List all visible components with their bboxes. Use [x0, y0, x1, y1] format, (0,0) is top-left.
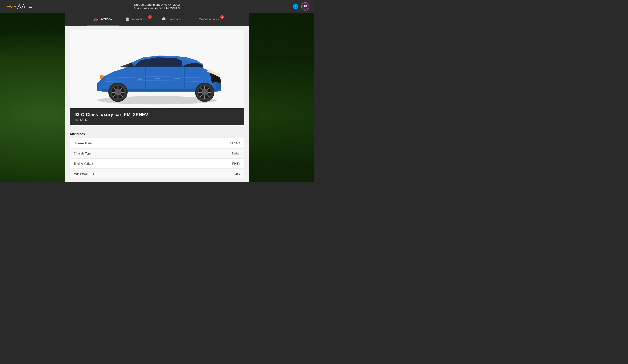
car-number: 155 6536 — [74, 118, 240, 122]
questionnaires-badge: 1 — [220, 15, 224, 19]
attr-value: 280 — [235, 172, 240, 175]
main-area: 🚗 Overview 📋 Instructions 4 💬 Feedback ☆… — [0, 13, 314, 182]
attr-value: IN 5943 — [230, 142, 240, 145]
star-icon: ☆ — [194, 17, 197, 21]
car-image-area — [70, 30, 244, 108]
topbar-right: 🌐 AB — [293, 2, 310, 10]
svg-rect-6 — [211, 78, 220, 79]
svg-rect-36 — [174, 78, 180, 79]
globe-icon[interactable]: 🌐 — [293, 4, 298, 9]
topbar-left: 〜∿〜 ⋀⋀ ☰ — [4, 3, 32, 10]
attributes-title: Attributes — [70, 129, 244, 138]
tab-questionnaires-label: Questionnaires — [199, 17, 219, 21]
tab-instructions[interactable]: 📋 Instructions 4 — [119, 13, 155, 25]
vehicle-title: 03-C-Class luxury car_FM_2PHEV — [134, 6, 180, 10]
car-info-bar: 03-C-Class luxury car_FM_2PHEV 155 6536 — [70, 108, 244, 125]
svg-point-25 — [115, 89, 121, 95]
content-area: 03-C-Class luxury car_FM_2PHEV 155 6536 … — [65, 26, 249, 182]
attr-label: Max Power (PS) — [74, 172, 95, 175]
attr-value: PHEV — [232, 162, 240, 165]
svg-point-13 — [202, 89, 208, 95]
attr-value: Sedan — [232, 152, 240, 155]
attributes-table: License Plate IN 5943 Chassis Type Sedan… — [70, 138, 244, 179]
instructions-badge: 4 — [148, 15, 152, 19]
attr-row: License Plate IN 5943 — [70, 138, 244, 148]
car-icon: 🚗 — [93, 17, 98, 21]
svg-rect-35 — [155, 78, 160, 79]
main-panel: 🚗 Overview 📋 Instructions 4 💬 Feedback ☆… — [65, 13, 249, 182]
attr-row: Chassis Type Sedan — [70, 148, 244, 159]
tab-bar: 🚗 Overview 📋 Instructions 4 💬 Feedback ☆… — [65, 13, 249, 26]
svg-rect-7 — [211, 80, 220, 81]
attributes-section: Attributes License Plate IN 5943 Chassis… — [70, 129, 244, 182]
car-name: 03-C-Class luxury car_FM_2PHEV — [74, 112, 240, 117]
svg-rect-34 — [138, 78, 143, 80]
logo-lines-icon: ⋀⋀ — [17, 3, 25, 9]
tab-overview-label: Overview — [100, 17, 112, 21]
topbar-center: Europe Benchmark Drive Q4 2023 03-C-Clas… — [134, 3, 180, 10]
svg-rect-9 — [128, 70, 132, 73]
hamburger-icon[interactable]: ☰ — [29, 4, 32, 9]
tab-overview[interactable]: 🚗 Overview — [87, 13, 118, 25]
user-avatar[interactable]: AB — [301, 2, 310, 10]
tab-feedback[interactable]: 💬 Feedback — [155, 13, 187, 25]
topbar: 〜∿〜 ⋀⋀ ☰ Europe Benchmark Drive Q4 2023 … — [0, 0, 314, 13]
logo[interactable]: 〜∿〜 ⋀⋀ — [4, 3, 25, 10]
document-icon: 📋 — [125, 17, 130, 21]
car-image — [79, 30, 235, 108]
attr-label: License Plate — [74, 142, 92, 145]
tab-feedback-label: Feedback — [168, 17, 181, 21]
project-title: Europe Benchmark Drive Q4 2023 — [134, 3, 180, 6]
attr-row: Engine Variant PHEV — [70, 159, 244, 169]
attr-label: Chassis Type — [74, 152, 92, 155]
feedback-icon: 💬 — [161, 17, 166, 21]
car-card: 03-C-Class luxury car_FM_2PHEV 155 6536 — [70, 30, 244, 125]
logo-waves-icon: 〜∿〜 — [4, 3, 16, 10]
attr-label: Engine Variant — [74, 162, 93, 165]
tab-instructions-label: Instructions — [132, 17, 147, 21]
tab-questionnaires[interactable]: ☆ Questionnaires 1 — [187, 13, 227, 25]
attr-row: Max Power (PS) 280 — [70, 169, 244, 179]
